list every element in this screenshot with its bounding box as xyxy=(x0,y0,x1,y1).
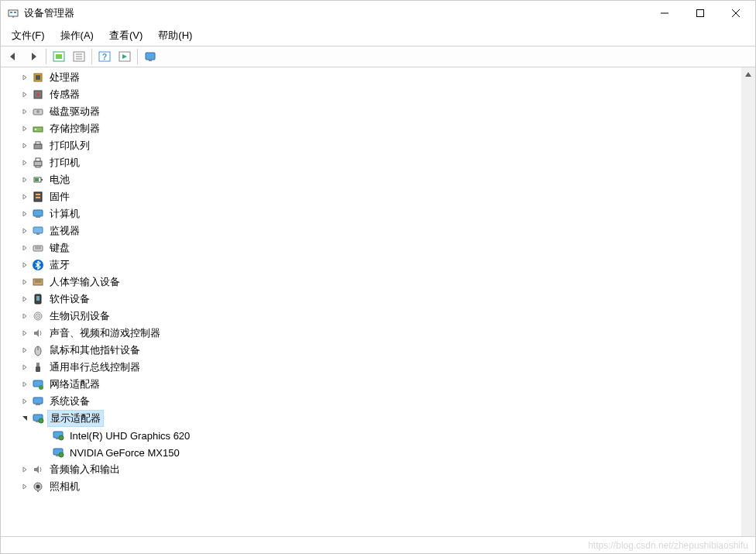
tree-node-label: 音频输入和输出 xyxy=(47,462,122,477)
menubar: 文件(F) 操作(A) 查看(V) 帮助(H) xyxy=(1,26,755,46)
svg-rect-39 xyxy=(36,216,40,218)
expand-icon[interactable] xyxy=(19,243,30,253)
tree-node[interactable]: 声音、视频和游戏控制器 xyxy=(19,325,741,342)
expand-icon[interactable] xyxy=(19,123,30,134)
expand-icon[interactable] xyxy=(19,260,30,270)
tree-node[interactable]: 固件 xyxy=(19,188,741,205)
back-button[interactable] xyxy=(4,48,22,65)
tree-node[interactable]: 人体学输入设备 xyxy=(19,274,741,291)
maximize-button[interactable] xyxy=(682,2,718,25)
expand-icon[interactable] xyxy=(19,277,30,287)
system-icon xyxy=(32,395,44,408)
tree-node[interactable]: 处理器 xyxy=(19,69,741,86)
display-icon xyxy=(32,412,44,425)
menu-view[interactable]: 查看(V) xyxy=(101,26,150,45)
expand-icon[interactable] xyxy=(19,174,30,185)
expand-icon[interactable] xyxy=(19,225,30,236)
device-tree[interactable]: 处理器传感器磁盘驱动器存储控制器打印队列打印机电池固件计算机监视器键盘蓝牙人体学… xyxy=(1,67,741,536)
expand-icon[interactable] xyxy=(19,191,30,202)
statusbar xyxy=(1,536,755,553)
scan-button[interactable] xyxy=(70,48,88,65)
help-button[interactable]: ? xyxy=(95,48,114,65)
tree-node[interactable]: 网络适配器 xyxy=(19,376,741,393)
collapse-icon[interactable] xyxy=(19,413,30,424)
show-hidden-button[interactable] xyxy=(50,48,68,65)
tree-node-label: 传感器 xyxy=(47,87,82,102)
camera-icon xyxy=(32,480,44,493)
expand-icon[interactable] xyxy=(19,72,30,83)
minimize-button[interactable] xyxy=(647,2,682,25)
monitor-icon xyxy=(32,225,44,237)
tree-node[interactable]: 打印机 xyxy=(19,154,741,171)
expand-icon[interactable] xyxy=(19,294,30,305)
tree-node[interactable]: 监视器 xyxy=(19,222,741,239)
svg-rect-17 xyxy=(146,53,155,60)
svg-rect-37 xyxy=(36,197,40,198)
action-button[interactable] xyxy=(115,48,134,65)
sound-icon xyxy=(32,327,44,339)
usb-icon xyxy=(32,361,44,373)
scroll-up-arrow[interactable] xyxy=(741,67,755,81)
tree-node[interactable]: 计算机 xyxy=(19,205,741,222)
expand-icon[interactable] xyxy=(19,140,30,151)
tree-node[interactable]: 通用串行总线控制器 xyxy=(19,359,741,376)
storage-icon xyxy=(32,122,44,135)
forward-button[interactable] xyxy=(24,48,43,65)
display-card-icon xyxy=(52,429,64,442)
svg-point-22 xyxy=(36,93,40,96)
expand-icon[interactable] xyxy=(19,106,30,117)
expand-icon[interactable] xyxy=(19,157,30,168)
expand-icon[interactable] xyxy=(19,89,30,100)
tree-node-label: NVIDIA GeForce MX150 xyxy=(67,446,182,459)
tree-node[interactable]: 音频输入和输出 xyxy=(19,461,741,478)
tree-node-label: 固件 xyxy=(47,189,72,205)
expand-icon[interactable] xyxy=(19,328,30,339)
expand-icon[interactable] xyxy=(19,208,30,219)
svg-rect-38 xyxy=(33,210,43,216)
expand-icon[interactable] xyxy=(40,430,50,441)
svg-point-24 xyxy=(36,110,40,113)
expand-icon[interactable] xyxy=(40,447,50,458)
expand-icon[interactable] xyxy=(19,396,30,407)
keyboard-icon xyxy=(32,242,44,254)
tree-node[interactable]: 系统设备 xyxy=(19,393,741,410)
svg-rect-73 xyxy=(37,490,39,492)
vertical-scrollbar[interactable] xyxy=(741,67,755,536)
menu-action[interactable]: 操作(A) xyxy=(53,26,101,45)
tree-node[interactable]: 打印队列 xyxy=(19,137,741,154)
tree-node[interactable]: 蓝牙 xyxy=(19,256,741,274)
svg-rect-5 xyxy=(697,10,704,17)
tree-node-label: 存储控制器 xyxy=(47,121,102,136)
tree-node[interactable]: 生物识别设备 xyxy=(19,308,741,325)
expand-icon[interactable] xyxy=(19,311,30,322)
print-queue-icon xyxy=(32,139,44,152)
expand-icon[interactable] xyxy=(19,362,30,373)
tree-node[interactable]: 传感器 xyxy=(19,86,741,103)
tree-node[interactable]: 存储控制器 xyxy=(19,120,741,137)
tree-node[interactable]: 电池 xyxy=(19,171,741,188)
tree-node[interactable]: 软件设备 xyxy=(19,291,741,308)
tree-node[interactable]: 磁盘驱动器 xyxy=(19,103,741,120)
svg-rect-40 xyxy=(33,227,43,233)
tree-node[interactable]: 照相机 xyxy=(19,478,741,495)
window-title: 设备管理器 xyxy=(24,6,647,20)
svg-point-72 xyxy=(36,485,40,489)
menu-file[interactable]: 文件(F) xyxy=(4,26,53,45)
tree-node[interactable]: Intel(R) UHD Graphics 620 xyxy=(38,427,741,444)
tree-node[interactable]: NVIDIA GeForce MX150 xyxy=(38,444,741,461)
expand-icon[interactable] xyxy=(19,379,30,390)
expand-icon[interactable] xyxy=(19,481,30,492)
tree-node[interactable]: 显示适配器 xyxy=(19,410,741,427)
close-button[interactable] xyxy=(718,2,754,25)
svg-rect-30 xyxy=(36,158,40,161)
tree-node[interactable]: 鼠标和其他指针设备 xyxy=(19,342,741,359)
svg-rect-56 xyxy=(36,363,40,366)
expand-icon[interactable] xyxy=(19,464,30,475)
svg-rect-1 xyxy=(10,12,12,13)
toolbar-separator xyxy=(46,49,46,64)
expand-icon[interactable] xyxy=(19,345,30,356)
menu-help[interactable]: 帮助(H) xyxy=(150,26,200,45)
disk-icon xyxy=(32,105,44,118)
properties-button[interactable] xyxy=(141,48,160,65)
tree-node[interactable]: 键盘 xyxy=(19,239,741,256)
